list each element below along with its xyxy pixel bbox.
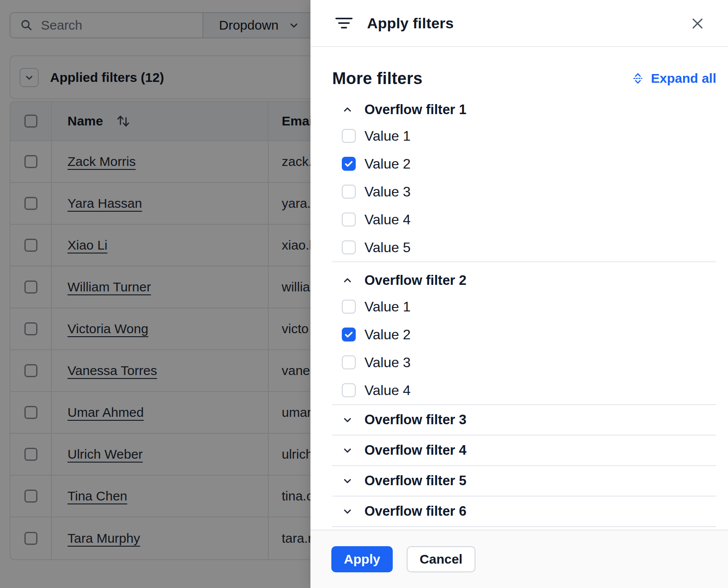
filter-option[interactable]: Value 1 bbox=[342, 293, 716, 321]
filter-option-label: Value 1 bbox=[364, 128, 411, 144]
expand-all-label: Expand all bbox=[651, 71, 716, 86]
filter-section-header[interactable]: Overflow filter 4 bbox=[342, 436, 716, 465]
panel-footer: Apply Cancel bbox=[310, 530, 728, 588]
filter-section-header[interactable]: Overflow filter 2 bbox=[342, 272, 716, 289]
filter-section: Overflow filter 1 Value 1 Value 2 Value … bbox=[332, 101, 716, 262]
filter-option[interactable]: Value 3 bbox=[342, 348, 716, 376]
chevron-down-icon bbox=[342, 475, 353, 487]
filter-section-header[interactable]: Overflow filter 1 bbox=[342, 101, 716, 118]
expand-all-icon bbox=[631, 71, 645, 85]
checkbox-icon[interactable] bbox=[342, 328, 356, 341]
chevron-down-icon bbox=[342, 445, 353, 456]
filter-section-title: Overflow filter 4 bbox=[364, 443, 466, 458]
filter-option-label: Value 3 bbox=[364, 184, 411, 200]
apply-filters-panel: Apply filters More filters Expand all Ov… bbox=[310, 0, 728, 588]
filter-section-header[interactable]: Overflow filter 3 bbox=[342, 405, 716, 435]
expand-all-link[interactable]: Expand all bbox=[631, 71, 716, 86]
filter-option[interactable]: Value 1 bbox=[342, 122, 716, 150]
filter-option-label: Value 2 bbox=[364, 327, 411, 343]
checkbox-icon[interactable] bbox=[342, 355, 356, 369]
filter-option[interactable]: Value 5 bbox=[342, 233, 716, 261]
checkbox-icon[interactable] bbox=[342, 129, 356, 143]
filter-option[interactable]: Value 2 bbox=[342, 150, 716, 178]
filter-option-label: Value 2 bbox=[364, 156, 411, 172]
checkbox-icon[interactable] bbox=[342, 185, 356, 199]
panel-header: Apply filters bbox=[310, 0, 728, 47]
checkbox-icon[interactable] bbox=[342, 300, 356, 314]
close-icon bbox=[690, 16, 705, 31]
filter-section-title: Overflow filter 3 bbox=[364, 412, 466, 428]
more-filters-heading: More filters bbox=[332, 69, 422, 88]
chevron-down-icon bbox=[342, 414, 353, 426]
more-filters-row: More filters Expand all bbox=[332, 65, 716, 91]
apply-button[interactable]: Apply bbox=[331, 546, 393, 572]
filter-option-label: Value 4 bbox=[364, 382, 411, 399]
filter-section: Overflow filter 3 bbox=[332, 405, 716, 436]
filter-option-label: Value 5 bbox=[364, 240, 411, 256]
filter-option[interactable]: Value 3 bbox=[342, 178, 716, 206]
filter-option-label: Value 3 bbox=[364, 355, 411, 371]
panel-title: Apply filters bbox=[367, 15, 454, 32]
filter-section: Overflow filter 6 bbox=[332, 497, 716, 527]
filter-option-label: Value 1 bbox=[364, 299, 411, 315]
filter-section: Overflow filter 2 Value 1 Value 2 Value … bbox=[332, 272, 716, 405]
checkbox-icon[interactable] bbox=[342, 383, 356, 397]
filter-options: Value 1 Value 2 Value 3 Value 4 Value 5 bbox=[342, 122, 716, 261]
filter-options: Value 1 Value 2 Value 3 Value 4 bbox=[342, 293, 716, 404]
filter-option[interactable]: Value 4 bbox=[342, 376, 716, 404]
filter-section-list: Overflow filter 1 Value 1 Value 2 Value … bbox=[332, 101, 716, 527]
checkbox-icon[interactable] bbox=[342, 213, 356, 226]
filter-section-title: Overflow filter 1 bbox=[364, 102, 466, 118]
panel-body: More filters Expand all Overflow filter … bbox=[310, 47, 728, 530]
filter-option[interactable]: Value 2 bbox=[342, 321, 716, 348]
checkbox-icon[interactable] bbox=[342, 240, 356, 254]
chevron-down-icon bbox=[342, 506, 353, 517]
filter-section: Overflow filter 5 bbox=[332, 466, 716, 497]
filter-section-title: Overflow filter 2 bbox=[364, 273, 466, 288]
filter-section-title: Overflow filter 5 bbox=[364, 473, 466, 489]
close-button[interactable] bbox=[687, 13, 708, 34]
checkbox-icon[interactable] bbox=[342, 157, 356, 171]
chevron-up-icon bbox=[342, 104, 353, 115]
filter-option[interactable]: Value 4 bbox=[342, 206, 716, 233]
chevron-up-icon bbox=[342, 275, 353, 286]
filter-option-label: Value 4 bbox=[364, 212, 411, 228]
filter-section: Overflow filter 4 bbox=[332, 436, 716, 466]
filter-section-header[interactable]: Overflow filter 5 bbox=[342, 466, 716, 496]
filter-section-header[interactable]: Overflow filter 6 bbox=[342, 497, 716, 526]
filter-section-title: Overflow filter 6 bbox=[364, 504, 466, 519]
filter-lines-icon bbox=[335, 15, 353, 31]
cancel-button[interactable]: Cancel bbox=[407, 546, 475, 572]
